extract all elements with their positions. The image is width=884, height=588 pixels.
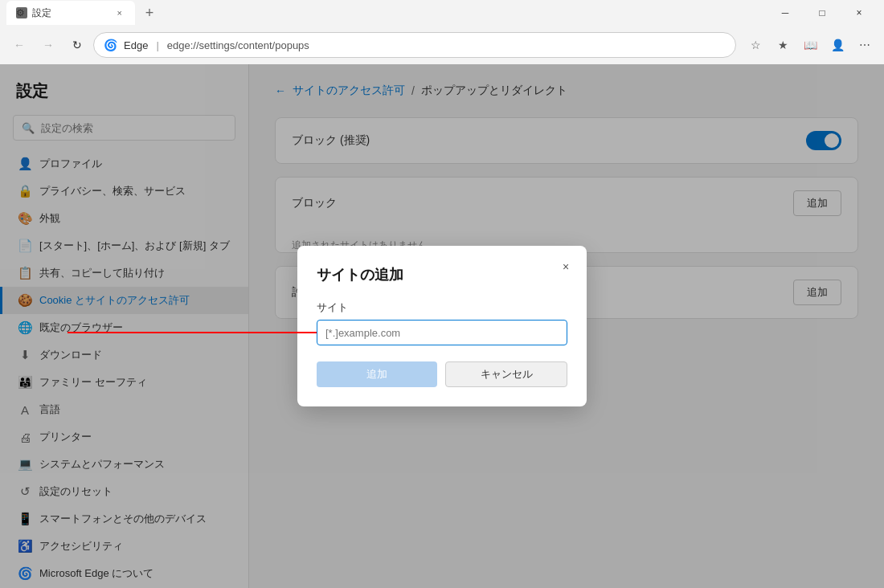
minimize-button[interactable]: ─ bbox=[767, 0, 804, 26]
back-button[interactable]: ← bbox=[6, 32, 32, 58]
dialog-actions: 追加 キャンセル bbox=[317, 361, 567, 387]
tab-favicon: ⚙ bbox=[16, 7, 27, 18]
window-controls: ─ □ × bbox=[767, 0, 878, 26]
address-separator: | bbox=[156, 39, 158, 51]
dialog-add-button[interactable]: 追加 bbox=[317, 361, 437, 387]
modal-overlay[interactable]: サイトの追加 × サイト 追加 キャンセル bbox=[0, 64, 884, 588]
dialog-title: サイトの追加 bbox=[317, 265, 567, 284]
browser-tab[interactable]: ⚙ 設定 × bbox=[6, 1, 135, 25]
add-site-dialog: サイトの追加 × サイト 追加 キャンセル bbox=[297, 246, 587, 406]
tab-title: 設定 bbox=[32, 6, 51, 20]
browser-brand-label: Edge bbox=[124, 39, 148, 51]
addressbar: ← → ↻ 🌀 Edge | edge://settings/content/p… bbox=[0, 26, 884, 64]
close-tab-button[interactable]: × bbox=[114, 6, 125, 19]
edge-logo-icon: 🌀 bbox=[104, 39, 117, 51]
address-bar[interactable]: 🌀 Edge | edge://settings/content/popups bbox=[93, 32, 736, 58]
more-tools-button[interactable]: ⋯ bbox=[852, 32, 878, 58]
close-button[interactable]: × bbox=[841, 0, 878, 26]
profile-icon[interactable]: 👤 bbox=[825, 32, 850, 58]
reading-view-icon[interactable]: 📖 bbox=[797, 32, 823, 58]
url-text: edge://settings/content/popups bbox=[167, 39, 309, 51]
refresh-button[interactable]: ↻ bbox=[64, 32, 90, 58]
new-tab-button[interactable]: + bbox=[138, 2, 161, 24]
dialog-cancel-button[interactable]: キャンセル bbox=[445, 361, 567, 387]
red-indicator-line bbox=[68, 332, 317, 333]
maximize-button[interactable]: □ bbox=[804, 0, 841, 26]
forward-button[interactable]: → bbox=[35, 32, 61, 58]
favorites-icon[interactable]: ★ bbox=[770, 32, 796, 58]
toolbar-icons: ☆ ★ 📖 👤 ⋯ bbox=[743, 32, 878, 58]
dialog-field-label: サイト bbox=[317, 300, 567, 315]
site-url-input[interactable] bbox=[317, 320, 567, 345]
collection-icon[interactable]: ☆ bbox=[743, 32, 768, 58]
dialog-close-button[interactable]: × bbox=[555, 255, 577, 278]
titlebar: ⚙ 設定 × + ─ □ × bbox=[0, 0, 884, 26]
